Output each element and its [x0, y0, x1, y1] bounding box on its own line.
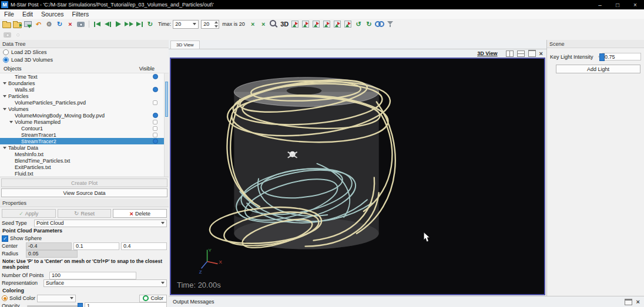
- radius-input[interactable]: 0.05: [26, 250, 78, 258]
- minimize-button[interactable]: –: [591, 0, 609, 9]
- menu-item[interactable]: File: [0, 11, 18, 18]
- close-button[interactable]: ×: [626, 0, 644, 9]
- tree-scrollbar[interactable]: [164, 73, 169, 177]
- center-y-input[interactable]: 0.1: [73, 242, 119, 250]
- chevron-down-icon: [70, 297, 73, 299]
- representation-select[interactable]: Surface: [43, 279, 167, 287]
- visibility-toggle[interactable]: [153, 126, 158, 131]
- float-panel-icon[interactable]: [625, 299, 632, 305]
- settings-gear-icon[interactable]: ⚙: [44, 20, 54, 29]
- rotate-90-ccw-icon[interactable]: ↺: [354, 20, 364, 29]
- maximize-button[interactable]: □: [609, 0, 626, 9]
- next-frame-button[interactable]: [124, 20, 134, 29]
- delete-button[interactable]: Delete: [113, 209, 167, 218]
- set-view-minus-x-icon[interactable]: [301, 20, 311, 29]
- center-x-input[interactable]: -0.4: [26, 242, 72, 250]
- split-vertical-icon[interactable]: [517, 50, 525, 57]
- tree-item[interactable]: VolumeMovingBody_Moving Body.pvd: [0, 112, 169, 119]
- menu-item[interactable]: Filters: [68, 11, 93, 18]
- visibility-toggle[interactable]: [153, 133, 158, 137]
- spin-up-icon: [214, 21, 218, 23]
- refresh-icon[interactable]: ↻: [55, 20, 65, 29]
- undo-icon[interactable]: ↶: [33, 20, 43, 29]
- time-select[interactable]: 20: [173, 20, 199, 29]
- visibility-toggle[interactable]: [153, 113, 158, 118]
- tree-item[interactable]: Fluid.txt: [0, 170, 169, 177]
- last-frame-button[interactable]: [135, 20, 145, 29]
- tree-item[interactable]: StreamTracer1: [0, 131, 169, 138]
- tree-item[interactable]: StreamTracer2: [0, 138, 169, 144]
- tree-item[interactable]: ExitParticles.txt: [0, 164, 169, 170]
- zoom-to-box-icon[interactable]: [269, 20, 279, 29]
- set-view-plus-y-icon[interactable]: [311, 20, 321, 29]
- set-view-minus-z-icon[interactable]: [343, 20, 353, 29]
- tree-item[interactable]: VolumeParticles_Particles.pvd: [0, 99, 169, 106]
- menu-item[interactable]: Sources: [37, 11, 68, 18]
- rotate-90-cw-icon[interactable]: ↻: [364, 20, 374, 29]
- tree-item[interactable]: Boundaries: [0, 80, 169, 86]
- screenshot-icon[interactable]: [76, 20, 86, 29]
- visibility-toggle[interactable]: [153, 87, 158, 92]
- opacity-slider[interactable]: [27, 305, 83, 307]
- zoom-to-data-icon[interactable]: ×: [259, 20, 269, 29]
- tree-item[interactable]: Tabular Data: [0, 144, 169, 151]
- tree-item[interactable]: Time Text: [0, 73, 169, 80]
- open-folder-icon[interactable]: [2, 20, 12, 29]
- delete-source-icon[interactable]: ×: [65, 20, 75, 29]
- open-session-folder-icon[interactable]: [12, 20, 22, 29]
- set-view-minus-y-icon[interactable]: [322, 20, 332, 29]
- view-tab-strip: 3D View: [169, 40, 546, 49]
- previous-frame-button[interactable]: [103, 20, 113, 29]
- visibility-toggle[interactable]: [153, 74, 158, 79]
- solid-color-radio[interactable]: [2, 295, 8, 301]
- coloring-array-select[interactable]: [37, 295, 76, 302]
- visibility-toggle[interactable]: [153, 100, 158, 105]
- set-view-plus-z-icon[interactable]: [333, 20, 343, 29]
- tree-item[interactable]: Volume Resampled: [0, 119, 169, 125]
- representation-row: Representation Surface: [0, 279, 169, 286]
- seed-type-select[interactable]: Point Cloud: [34, 220, 167, 227]
- main-toolbar: ↶⚙↻× ↻ Time: 20 20 max is 20 ××3D↺↻: [0, 19, 644, 30]
- tree-item[interactable]: Contour1: [0, 125, 169, 131]
- close-panel-icon[interactable]: ×: [636, 299, 640, 305]
- view-source-data-button[interactable]: View Source Data: [1, 188, 167, 197]
- toggle-2d-3d-button[interactable]: 3D: [280, 20, 290, 29]
- number-of-points-input[interactable]: 100: [49, 272, 136, 279]
- visibility-toggle[interactable]: [153, 120, 158, 124]
- load-2d-slices-radio[interactable]: Load 2D Slices: [0, 48, 169, 56]
- key-light-input[interactable]: 0.75: [602, 53, 641, 60]
- tree-column-header: Objects Visible: [0, 65, 169, 73]
- show-sphere-checkbox[interactable]: ✓: [2, 235, 8, 242]
- visibility-toggle[interactable]: [153, 139, 158, 144]
- create-plot-button: Create Plot: [1, 178, 167, 187]
- svg-text:X: X: [219, 259, 222, 265]
- first-frame-button[interactable]: [92, 20, 102, 29]
- render-view-3d[interactable]: Y X Z Time: 20.00s: [170, 58, 545, 295]
- color-picker-button[interactable]: Color: [139, 295, 167, 302]
- selection-icon: ○: [13, 31, 23, 39]
- close-view-icon[interactable]: ×: [539, 50, 543, 57]
- tree-item[interactable]: MeshInfo.txt: [0, 151, 169, 157]
- set-view-plus-x-icon[interactable]: [290, 20, 300, 29]
- tab-3d-view[interactable]: 3D View: [170, 41, 200, 49]
- filter-icon[interactable]: [385, 20, 395, 29]
- tree-item[interactable]: Walls.stl: [0, 86, 169, 93]
- loop-button[interactable]: ↻: [145, 20, 155, 29]
- frame-spinner[interactable]: 20: [201, 20, 219, 29]
- play-button[interactable]: [113, 20, 123, 29]
- center-z-input[interactable]: 0.4: [121, 242, 167, 250]
- maximize-view-icon[interactable]: [528, 50, 536, 57]
- key-light-slider[interactable]: [598, 56, 600, 58]
- add-light-button[interactable]: Add Light: [556, 65, 640, 73]
- save-state-icon[interactable]: [23, 20, 33, 29]
- reset-camera-icon[interactable]: ×: [248, 20, 258, 29]
- tree-item[interactable]: Particles: [0, 93, 169, 99]
- link-camera-icon[interactable]: [375, 20, 385, 29]
- tree-item[interactable]: BlendTime_Particles.txt: [0, 157, 169, 164]
- tree-item[interactable]: Volumes: [0, 106, 169, 112]
- split-horizontal-icon[interactable]: [506, 50, 514, 57]
- load-3d-volumes-radio[interactable]: Load 3D Volumes: [0, 56, 169, 63]
- scrollbar-thumb[interactable]: [165, 82, 168, 117]
- menu-item[interactable]: Edit: [18, 11, 37, 18]
- opacity-input[interactable]: 1: [85, 302, 167, 307]
